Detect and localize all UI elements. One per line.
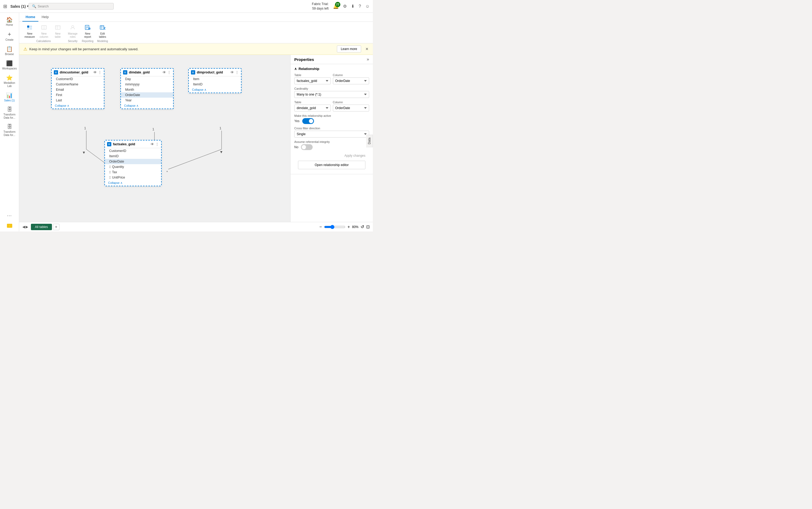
data-tab-vertical[interactable]: Data (366, 135, 373, 147)
table-row[interactable]: ΣTax (105, 169, 161, 175)
zoom-plus-icon[interactable]: + (348, 225, 350, 229)
zoom-fit-icon[interactable]: ⊡ (366, 224, 370, 229)
zoom-slider[interactable] (324, 225, 345, 229)
prop-label-table1: Table (294, 73, 331, 77)
sidebar-item-medallion[interactable]: ⭐ Medallion Lab (1, 73, 18, 90)
table-actions-dimcustomer[interactable]: 👁 ⋮ (93, 70, 102, 74)
main-area: 🏠 Home + Create 📋 Browse ⬛ Workspaces ⭐ … (0, 13, 373, 232)
table-actions-factsales[interactable]: 👁 ⋮ (151, 142, 159, 146)
smiley-icon[interactable]: ☺ (365, 4, 370, 9)
table-row[interactable]: ItemID (105, 154, 161, 159)
prop-col-table2: Table dimdate_gold (294, 101, 331, 111)
table2-select[interactable]: dimdate_gold (294, 105, 331, 111)
table-row[interactable]: CustomerID (105, 148, 161, 154)
cardinality-label: Cardinality (294, 87, 369, 90)
zoom-minus-icon[interactable]: − (319, 225, 322, 229)
learn-more-button[interactable]: Learn more (337, 45, 361, 53)
zoom-reset-icon[interactable]: ↺ (361, 224, 364, 229)
sigma-icon: Σ (109, 176, 111, 179)
table1-select[interactable]: factsales_gold (294, 77, 331, 84)
svg-line-27 (168, 149, 222, 169)
referential-toggle[interactable] (301, 144, 313, 150)
add-tab-button[interactable]: + (53, 224, 59, 230)
table-row[interactable]: Item (189, 76, 241, 82)
referential-toggle-row: No (294, 144, 369, 150)
search-box[interactable]: 🔍 Search (29, 3, 114, 9)
tab-all-tables[interactable]: All tables (31, 224, 52, 230)
download-icon[interactable]: ⬇ (351, 4, 354, 9)
tab-prev-icon[interactable]: ◀ (22, 225, 25, 229)
more-icon-dimdate[interactable]: ⋮ (167, 70, 171, 74)
more-icon-dimproduct[interactable]: ⋮ (235, 70, 239, 74)
table-row[interactable]: mmmyyyy (121, 82, 173, 87)
trial-line2: 59 days left (312, 6, 329, 11)
sidebar-item-transform1[interactable]: 🗄 Transform Data for... (1, 105, 18, 121)
new-measure-button[interactable]: Newmeasure (22, 24, 37, 40)
active-yes-label: Yes (294, 119, 300, 123)
table-actions-dimproduct[interactable]: 👁 ⋮ (230, 70, 239, 74)
table-actions-dimdate[interactable]: 👁 ⋮ (162, 70, 171, 74)
cardinality-select[interactable]: Many to one (*:1) One to one (1:1) One t… (294, 91, 369, 98)
sidebar-item-workspaces[interactable]: ⬛ Workspaces (1, 59, 18, 72)
more-icon-factsales[interactable]: ⋮ (155, 142, 159, 146)
table-row[interactable]: ItemID (189, 82, 241, 87)
sidebar-item-create[interactable]: + Create (1, 29, 18, 43)
table-row[interactable]: Year (121, 98, 173, 103)
table-row[interactable]: Email (52, 87, 104, 92)
notification-area[interactable]: 🔔 77 (333, 3, 339, 9)
settings-icon[interactable]: ⚙ (343, 4, 347, 9)
table-row[interactable]: CustomerName (52, 82, 104, 87)
edit-tables-button[interactable]: Edittables (96, 24, 110, 40)
open-relationship-editor-button[interactable]: Open relationship editor (298, 161, 365, 169)
table-row[interactable]: CustomerID (52, 76, 104, 82)
relationship-section-title[interactable]: ∧ Relationship (294, 67, 369, 71)
table-row[interactable]: ΣQuantity (105, 164, 161, 169)
sidebar-item-browse[interactable]: 📋 Browse (1, 44, 18, 58)
collapse-dimcustomer[interactable]: Collapse ∧ (52, 103, 104, 108)
medallion-icon: ⭐ (6, 74, 13, 81)
eye-icon-dimproduct[interactable]: 👁 (230, 70, 234, 74)
cross-filter-select[interactable]: Single Both (294, 131, 369, 138)
collapse-dimdate[interactable]: Collapse ∧ (121, 103, 173, 108)
table-row[interactable]: Day (121, 76, 173, 82)
sidebar-item-transform2[interactable]: 🗄 Transform Data for... (1, 122, 18, 138)
top-bar: ⊞ Sales (1) ▾ 🔍 Search Fabric Trial: 59 … (0, 0, 373, 13)
eye-icon-dimdate[interactable]: 👁 (162, 70, 166, 74)
properties-expand-icon[interactable]: » (367, 57, 369, 62)
column1-select[interactable]: OrderDate (333, 77, 369, 84)
zoom-value: 80% (352, 225, 358, 229)
canvas-area: 1 1 1 ▼ * ◁ * ▼ * ⊞ dimcustom (19, 55, 373, 222)
table-row[interactable]: ΣUnitPrice (105, 175, 161, 180)
sidebar-item-sales[interactable]: 📊 Sales (1) (1, 91, 18, 104)
more-icon-dimcustomer[interactable]: ⋮ (98, 70, 102, 74)
new-report-button[interactable]: Newreport (81, 24, 95, 40)
ribbon-group-calculations: Newmeasure Newcolumn (22, 24, 65, 43)
tab-help[interactable]: Help (38, 13, 52, 22)
active-toggle[interactable] (302, 118, 314, 124)
create-icon: + (8, 31, 11, 38)
tab-next-icon[interactable]: ▶ (26, 225, 28, 229)
close-warning-button[interactable]: ✕ (365, 47, 369, 51)
ribbon: Home Help Newmeasure (19, 13, 373, 43)
title-caret-icon[interactable]: ▾ (27, 4, 29, 8)
tab-home[interactable]: Home (22, 13, 38, 22)
apply-changes-text[interactable]: Apply changes (294, 153, 369, 159)
table-row-orderdate-dimdate[interactable]: OrderDate (121, 92, 173, 98)
table-row[interactable]: Month (121, 87, 173, 92)
table-row[interactable]: Last (52, 98, 104, 103)
canvas[interactable]: 1 1 1 ▼ * ◁ * ▼ * ⊞ dimcustom (19, 55, 290, 222)
table-row-orderdate-factsales[interactable]: OrderDate (105, 159, 161, 164)
sidebar-workspaces-label: Workspaces (2, 67, 17, 70)
table-row[interactable]: First (52, 92, 104, 98)
collapse-dimproduct[interactable]: Collapse ∧ (189, 87, 241, 93)
eye-icon-factsales[interactable]: 👁 (151, 142, 154, 146)
sidebar-item-more[interactable]: ··· (1, 211, 18, 220)
active-toggle-row: Yes (294, 118, 369, 124)
help-icon[interactable]: ? (359, 4, 361, 9)
sidebar-item-home[interactable]: 🏠 Home (1, 15, 18, 28)
eye-icon-dimcustomer[interactable]: 👁 (93, 70, 97, 74)
column2-select[interactable]: OrderDate (333, 105, 369, 111)
app-grid-icon[interactable]: ⊞ (3, 3, 7, 9)
properties-title: Properties (294, 57, 314, 62)
collapse-factsales[interactable]: Collapse ∧ (105, 180, 161, 186)
